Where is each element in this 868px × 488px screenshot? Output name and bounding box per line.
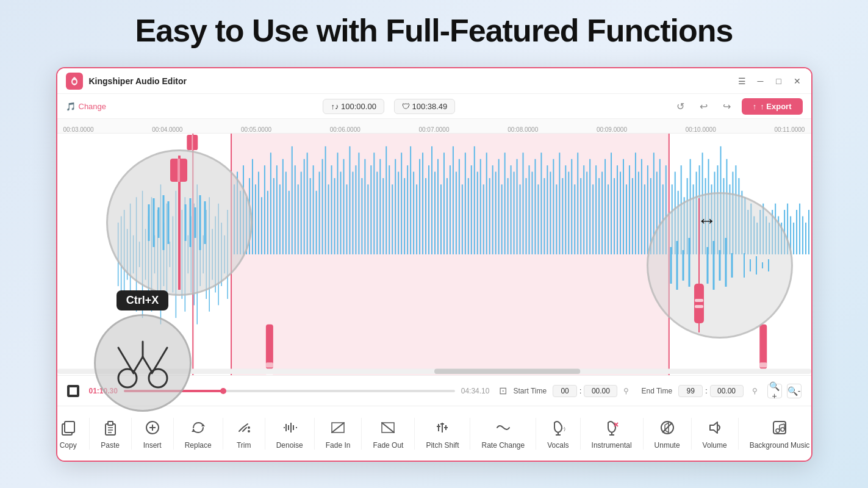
svg-rect-138	[416, 184, 417, 254]
zoom-in-button[interactable]: 🔍+	[767, 384, 782, 398]
svg-rect-206	[623, 159, 624, 254]
svg-rect-122	[367, 184, 368, 254]
time-display-1: ↑♪ 100:00.00	[323, 99, 384, 114]
svg-rect-200	[604, 159, 606, 254]
svg-rect-196	[592, 184, 594, 254]
tool-insert[interactable]: Insert	[132, 418, 174, 450]
end-hour-input[interactable]	[678, 385, 703, 397]
trim-label: Trim	[237, 441, 251, 450]
tool-instrumental[interactable]: Instrumental	[581, 418, 644, 450]
svg-rect-174	[525, 178, 526, 254]
export-label: ↑ Export	[760, 102, 791, 111]
svg-rect-165	[498, 159, 499, 254]
svg-rect-128	[386, 146, 387, 254]
vocals-label: Vocals	[547, 441, 569, 450]
svg-rect-179	[540, 152, 542, 254]
change-button[interactable]: 🎵 Change	[66, 102, 107, 111]
svg-rect-86	[257, 172, 259, 254]
close-icon[interactable]: ✕	[792, 76, 803, 87]
tool-fade-out[interactable]: Fade Out	[362, 418, 415, 450]
svg-rect-143	[431, 146, 432, 254]
start-min-input[interactable]	[584, 385, 617, 397]
svg-rect-212	[640, 159, 642, 254]
svg-rect-181	[547, 165, 548, 254]
svg-rect-180	[543, 178, 545, 254]
volume-label: Volume	[703, 441, 727, 450]
tool-fade-in[interactable]: Fade In	[315, 418, 362, 450]
tool-vocals[interactable]: ·) Vocals	[536, 418, 580, 450]
pitch-shift-label: Pitch Shift	[426, 441, 459, 450]
zoom-out-button[interactable]: 🔍-	[787, 384, 802, 398]
svg-rect-262	[796, 210, 797, 254]
tool-pitch-shift[interactable]: Pitch Shift	[415, 418, 470, 450]
svg-rect-98	[294, 165, 295, 254]
svg-rect-190	[574, 184, 575, 254]
svg-rect-166	[501, 184, 502, 254]
ruler-mark: 00:08.0000	[508, 126, 538, 133]
svg-rect-275	[265, 370, 273, 375]
svg-rect-94	[282, 159, 283, 254]
maximize-icon[interactable]: □	[773, 76, 784, 87]
toolbar-center: ↑♪ 100:00.00 🛡 100:38.49	[112, 99, 666, 114]
refresh-icon[interactable]: ↺	[672, 98, 689, 115]
tool-background-music[interactable]: Background Music	[739, 418, 812, 450]
svg-rect-123	[370, 165, 371, 254]
tool-unmute[interactable]: Unmute	[644, 418, 692, 450]
tool-copy[interactable]: Copy	[56, 418, 90, 450]
end-time-label: End Time	[641, 387, 672, 395]
unmute-icon	[658, 418, 677, 437]
tool-volume[interactable]: Volume	[692, 418, 739, 450]
svg-rect-110	[331, 165, 332, 254]
svg-rect-265	[805, 223, 806, 254]
svg-rect-263	[799, 204, 800, 254]
instrumental-icon	[602, 418, 622, 437]
stop-button[interactable]	[67, 385, 79, 397]
svg-rect-209	[631, 178, 633, 254]
minimize-icon[interactable]: ─	[755, 76, 766, 87]
time-value-1: ↑♪ 100:00.00	[331, 102, 376, 111]
denoise-icon	[280, 418, 299, 437]
svg-rect-273	[265, 325, 273, 369]
svg-rect-129	[389, 165, 390, 254]
app-name: Kingshiper Audio Editor	[89, 76, 737, 86]
svg-rect-189	[571, 159, 572, 254]
tool-denoise[interactable]: Denoise	[265, 418, 315, 450]
svg-rect-172	[519, 184, 520, 254]
trim-icon	[234, 418, 254, 437]
svg-rect-85	[254, 184, 256, 254]
svg-rect-203	[614, 178, 615, 254]
svg-rect-213	[644, 184, 645, 254]
progress-thumb[interactable]	[220, 388, 226, 394]
replace-icon	[188, 418, 208, 437]
ruler-mark: 00:06.0000	[330, 126, 360, 133]
export-button[interactable]: ↑ ↑ Export	[742, 98, 803, 115]
toolbar: 🎵 Change ↑♪ 100:00.00 🛡 100:38.49 ↺ ↩ ↪ …	[57, 94, 811, 119]
tool-replace[interactable]: Replace	[174, 418, 223, 450]
start-hour-input[interactable]	[553, 385, 577, 397]
time-display-2: 🛡 100:38.49	[394, 99, 455, 114]
svg-rect-150	[452, 146, 453, 254]
tool-rate-change[interactable]: Rate Change	[470, 418, 536, 450]
svg-line-381	[143, 357, 152, 372]
tool-trim[interactable]: Trim	[223, 418, 265, 450]
menu-icon[interactable]: ☰	[737, 76, 748, 87]
end-min-input[interactable]	[710, 385, 744, 397]
svg-rect-132	[398, 172, 399, 254]
svg-rect-121	[364, 159, 365, 254]
svg-point-347	[248, 426, 250, 429]
ruler-mark: 00:07.0000	[418, 126, 449, 133]
svg-rect-211	[637, 172, 639, 254]
tool-paste[interactable]: Paste	[90, 418, 132, 450]
time-value-2: 🛡 100:38.49	[402, 102, 447, 111]
svg-rect-116	[349, 146, 350, 254]
redo-icon[interactable]: ↪	[719, 98, 736, 115]
zoom-circle-right	[647, 192, 793, 339]
title-bar: Kingshiper Audio Editor ☰ ─ □ ✕	[57, 68, 811, 94]
undo-icon[interactable]: ↩	[695, 98, 712, 115]
ruler-mark: 00:05.0000	[241, 126, 271, 133]
main-title: Easy to Use with Full-Featured Functions	[135, 12, 733, 49]
background-music-label: Background Music	[750, 441, 810, 450]
ruler-mark: 00:03.0000	[63, 126, 94, 133]
svg-rect-188	[568, 172, 569, 254]
svg-rect-109	[328, 184, 329, 254]
